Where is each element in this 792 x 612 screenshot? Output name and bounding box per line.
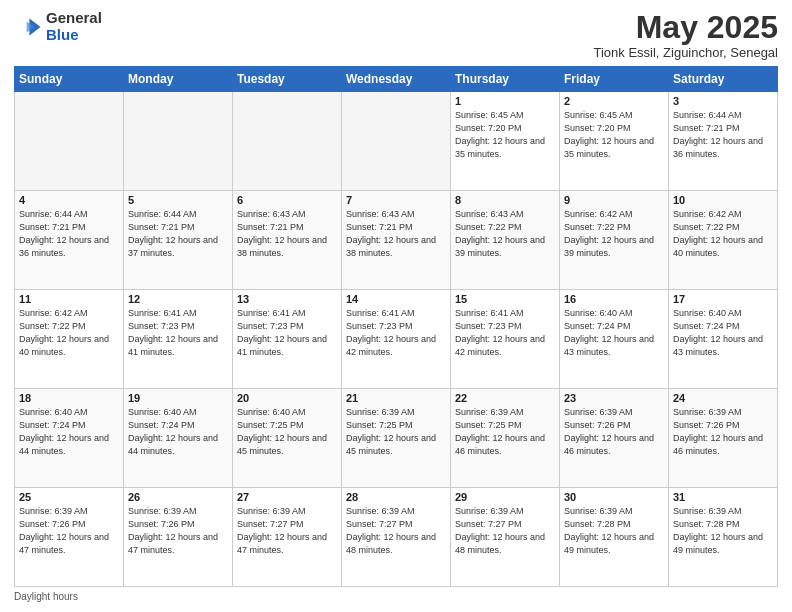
calendar-cell: 28Sunrise: 6:39 AM Sunset: 7:27 PM Dayli…: [342, 488, 451, 587]
day-number: 12: [128, 293, 228, 305]
day-number: 26: [128, 491, 228, 503]
calendar-cell: [15, 92, 124, 191]
day-info: Sunrise: 6:44 AM Sunset: 7:21 PM Dayligh…: [128, 208, 228, 260]
calendar-cell: 15Sunrise: 6:41 AM Sunset: 7:23 PM Dayli…: [451, 290, 560, 389]
day-info: Sunrise: 6:39 AM Sunset: 7:26 PM Dayligh…: [128, 505, 228, 557]
day-info: Sunrise: 6:42 AM Sunset: 7:22 PM Dayligh…: [19, 307, 119, 359]
calendar-header-row: SundayMondayTuesdayWednesdayThursdayFrid…: [15, 67, 778, 92]
calendar-cell: 6Sunrise: 6:43 AM Sunset: 7:21 PM Daylig…: [233, 191, 342, 290]
day-number: 19: [128, 392, 228, 404]
day-info: Sunrise: 6:42 AM Sunset: 7:22 PM Dayligh…: [564, 208, 664, 260]
day-info: Sunrise: 6:40 AM Sunset: 7:24 PM Dayligh…: [128, 406, 228, 458]
calendar-week-row: 1Sunrise: 6:45 AM Sunset: 7:20 PM Daylig…: [15, 92, 778, 191]
day-info: Sunrise: 6:44 AM Sunset: 7:21 PM Dayligh…: [19, 208, 119, 260]
calendar-cell: 22Sunrise: 6:39 AM Sunset: 7:25 PM Dayli…: [451, 389, 560, 488]
day-number: 25: [19, 491, 119, 503]
day-number: 1: [455, 95, 555, 107]
calendar-cell: 16Sunrise: 6:40 AM Sunset: 7:24 PM Dayli…: [560, 290, 669, 389]
day-number: 31: [673, 491, 773, 503]
day-number: 16: [564, 293, 664, 305]
day-number: 27: [237, 491, 337, 503]
day-number: 22: [455, 392, 555, 404]
logo: General Blue: [14, 10, 102, 43]
calendar-cell: 2Sunrise: 6:45 AM Sunset: 7:20 PM Daylig…: [560, 92, 669, 191]
day-info: Sunrise: 6:39 AM Sunset: 7:25 PM Dayligh…: [346, 406, 446, 458]
calendar-cell: 3Sunrise: 6:44 AM Sunset: 7:21 PM Daylig…: [669, 92, 778, 191]
day-info: Sunrise: 6:40 AM Sunset: 7:25 PM Dayligh…: [237, 406, 337, 458]
day-number: 6: [237, 194, 337, 206]
calendar-week-row: 18Sunrise: 6:40 AM Sunset: 7:24 PM Dayli…: [15, 389, 778, 488]
weekday-header-tuesday: Tuesday: [233, 67, 342, 92]
calendar-cell: 14Sunrise: 6:41 AM Sunset: 7:23 PM Dayli…: [342, 290, 451, 389]
day-number: 29: [455, 491, 555, 503]
weekday-header-friday: Friday: [560, 67, 669, 92]
day-info: Sunrise: 6:40 AM Sunset: 7:24 PM Dayligh…: [673, 307, 773, 359]
weekday-header-monday: Monday: [124, 67, 233, 92]
subtitle: Tionk Essil, Ziguinchor, Senegal: [593, 45, 778, 60]
day-info: Sunrise: 6:43 AM Sunset: 7:22 PM Dayligh…: [455, 208, 555, 260]
calendar-cell: 7Sunrise: 6:43 AM Sunset: 7:21 PM Daylig…: [342, 191, 451, 290]
calendar-cell: 18Sunrise: 6:40 AM Sunset: 7:24 PM Dayli…: [15, 389, 124, 488]
day-info: Sunrise: 6:40 AM Sunset: 7:24 PM Dayligh…: [19, 406, 119, 458]
title-block: May 2025 Tionk Essil, Ziguinchor, Senega…: [593, 10, 778, 60]
day-info: Sunrise: 6:39 AM Sunset: 7:26 PM Dayligh…: [19, 505, 119, 557]
day-number: 13: [237, 293, 337, 305]
logo-blue: Blue: [46, 27, 102, 44]
calendar-cell: 1Sunrise: 6:45 AM Sunset: 7:20 PM Daylig…: [451, 92, 560, 191]
day-info: Sunrise: 6:42 AM Sunset: 7:22 PM Dayligh…: [673, 208, 773, 260]
day-info: Sunrise: 6:39 AM Sunset: 7:28 PM Dayligh…: [673, 505, 773, 557]
day-info: Sunrise: 6:39 AM Sunset: 7:27 PM Dayligh…: [455, 505, 555, 557]
calendar-table: SundayMondayTuesdayWednesdayThursdayFrid…: [14, 66, 778, 587]
day-number: 23: [564, 392, 664, 404]
calendar-cell: 24Sunrise: 6:39 AM Sunset: 7:26 PM Dayli…: [669, 389, 778, 488]
calendar-cell: 26Sunrise: 6:39 AM Sunset: 7:26 PM Dayli…: [124, 488, 233, 587]
calendar-cell: [124, 92, 233, 191]
calendar-cell: 19Sunrise: 6:40 AM Sunset: 7:24 PM Dayli…: [124, 389, 233, 488]
day-number: 2: [564, 95, 664, 107]
day-info: Sunrise: 6:44 AM Sunset: 7:21 PM Dayligh…: [673, 109, 773, 161]
calendar-cell: [233, 92, 342, 191]
calendar-cell: 4Sunrise: 6:44 AM Sunset: 7:21 PM Daylig…: [15, 191, 124, 290]
calendar-cell: 27Sunrise: 6:39 AM Sunset: 7:27 PM Dayli…: [233, 488, 342, 587]
calendar-cell: 8Sunrise: 6:43 AM Sunset: 7:22 PM Daylig…: [451, 191, 560, 290]
day-number: 14: [346, 293, 446, 305]
day-info: Sunrise: 6:41 AM Sunset: 7:23 PM Dayligh…: [346, 307, 446, 359]
logo-text: General Blue: [46, 10, 102, 43]
calendar-cell: 21Sunrise: 6:39 AM Sunset: 7:25 PM Dayli…: [342, 389, 451, 488]
calendar-cell: 23Sunrise: 6:39 AM Sunset: 7:26 PM Dayli…: [560, 389, 669, 488]
weekday-header-thursday: Thursday: [451, 67, 560, 92]
day-number: 11: [19, 293, 119, 305]
day-number: 8: [455, 194, 555, 206]
calendar-cell: 9Sunrise: 6:42 AM Sunset: 7:22 PM Daylig…: [560, 191, 669, 290]
weekday-header-wednesday: Wednesday: [342, 67, 451, 92]
day-number: 18: [19, 392, 119, 404]
day-number: 21: [346, 392, 446, 404]
day-number: 9: [564, 194, 664, 206]
weekday-header-sunday: Sunday: [15, 67, 124, 92]
calendar-cell: 25Sunrise: 6:39 AM Sunset: 7:26 PM Dayli…: [15, 488, 124, 587]
day-number: 4: [19, 194, 119, 206]
calendar-cell: 17Sunrise: 6:40 AM Sunset: 7:24 PM Dayli…: [669, 290, 778, 389]
calendar-cell: [342, 92, 451, 191]
day-number: 10: [673, 194, 773, 206]
logo-icon: [14, 13, 42, 41]
calendar-week-row: 25Sunrise: 6:39 AM Sunset: 7:26 PM Dayli…: [15, 488, 778, 587]
calendar-cell: 10Sunrise: 6:42 AM Sunset: 7:22 PM Dayli…: [669, 191, 778, 290]
day-info: Sunrise: 6:45 AM Sunset: 7:20 PM Dayligh…: [564, 109, 664, 161]
day-info: Sunrise: 6:39 AM Sunset: 7:26 PM Dayligh…: [564, 406, 664, 458]
day-number: 30: [564, 491, 664, 503]
day-info: Sunrise: 6:39 AM Sunset: 7:25 PM Dayligh…: [455, 406, 555, 458]
day-number: 15: [455, 293, 555, 305]
day-info: Sunrise: 6:39 AM Sunset: 7:27 PM Dayligh…: [346, 505, 446, 557]
calendar-cell: 12Sunrise: 6:41 AM Sunset: 7:23 PM Dayli…: [124, 290, 233, 389]
day-number: 28: [346, 491, 446, 503]
calendar-week-row: 11Sunrise: 6:42 AM Sunset: 7:22 PM Dayli…: [15, 290, 778, 389]
day-info: Sunrise: 6:39 AM Sunset: 7:28 PM Dayligh…: [564, 505, 664, 557]
day-info: Sunrise: 6:41 AM Sunset: 7:23 PM Dayligh…: [455, 307, 555, 359]
day-info: Sunrise: 6:43 AM Sunset: 7:21 PM Dayligh…: [346, 208, 446, 260]
calendar-cell: 11Sunrise: 6:42 AM Sunset: 7:22 PM Dayli…: [15, 290, 124, 389]
logo-general: General: [46, 10, 102, 27]
day-number: 17: [673, 293, 773, 305]
day-number: 20: [237, 392, 337, 404]
day-info: Sunrise: 6:41 AM Sunset: 7:23 PM Dayligh…: [237, 307, 337, 359]
